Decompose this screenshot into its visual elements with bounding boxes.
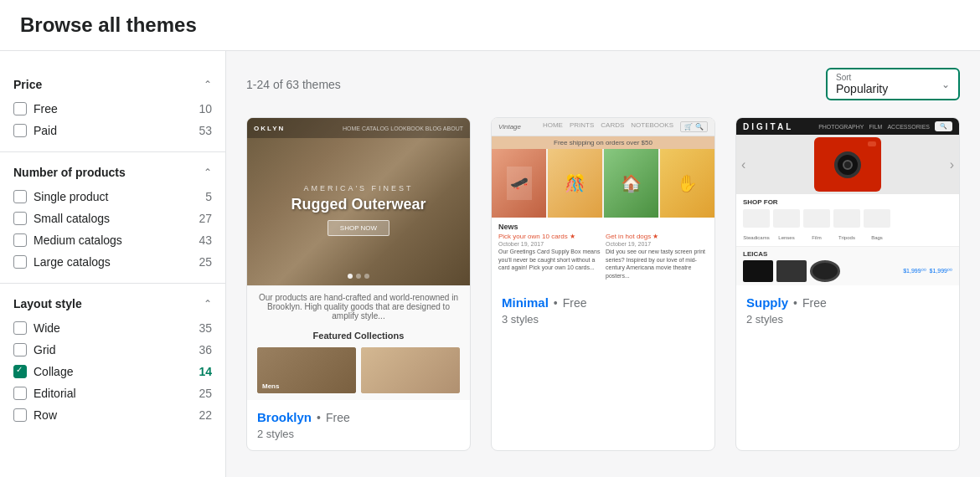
- theme-price-brooklyn: Free: [326, 411, 350, 424]
- supply-next-arrow[interactable]: ›: [950, 157, 954, 172]
- brooklyn-dots: [348, 274, 369, 279]
- main-content: Price ⌃ Free 10 Paid 53: [0, 51, 980, 477]
- filter-count-large: 25: [199, 255, 212, 269]
- filter-item-editorial: Editorial 25: [13, 382, 212, 404]
- filter-num-products-label: Number of products: [13, 166, 126, 179]
- filter-item-large: Large catalogs 25: [13, 251, 212, 273]
- filter-count-grid: 36: [199, 343, 212, 356]
- filter-item-row: Row 22: [13, 404, 212, 426]
- filter-checkbox-collage[interactable]: [13, 365, 27, 378]
- sort-value: Popularity: [836, 82, 950, 95]
- theme-info-minimal: Minimal • Free 3 styles: [492, 285, 714, 336]
- theme-styles-minimal: 3 styles: [502, 313, 704, 326]
- filter-item-grid: Grid 36: [13, 339, 212, 361]
- filter-checkbox-row[interactable]: [13, 408, 27, 422]
- filter-header-num-products[interactable]: Number of products ⌃: [13, 162, 212, 186]
- theme-thumbnail-supply: DIGITAL PHOTOGRAPHY FILM ACCESSORIES 🔍: [736, 118, 959, 285]
- filter-checkbox-medium[interactable]: [13, 233, 27, 247]
- filter-label-editorial: Editorial: [34, 387, 76, 400]
- filter-label-paid: Paid: [34, 124, 57, 137]
- brooklyn-hero: AMERICA'S FINEST Rugged Outerwear SHOP N…: [291, 184, 426, 236]
- filter-checkbox-single[interactable]: [13, 190, 27, 203]
- filter-section-layout: Layout style ⌃ Wide 35 Grid 36: [0, 284, 225, 436]
- filter-checkbox-grid[interactable]: [13, 343, 27, 356]
- main-area: 1-24 of 63 themes Sort Popularity ⌄: [226, 51, 980, 477]
- page-header: Browse all themes: [0, 0, 980, 51]
- supply-thumb: DIGITAL PHOTOGRAPHY FILM ACCESSORIES 🔍: [736, 118, 959, 285]
- brooklyn-secondary: Our products are hand-crafted and world-…: [247, 285, 470, 324]
- themes-grid: OKLYN HOME CATALOG LOOKBOOK BLOG ABOUT A…: [246, 117, 960, 451]
- filter-label-medium: Medium catalogs: [34, 233, 122, 247]
- theme-info-brooklyn: Brooklyn • Free 2 styles: [247, 400, 470, 450]
- filter-label-row: Row: [34, 408, 57, 422]
- filter-count-medium: 43: [199, 233, 212, 247]
- theme-price-supply: Free: [802, 296, 827, 310]
- brooklyn-hero-cta[interactable]: SHOP NOW: [328, 220, 389, 236]
- filter-count-wide: 35: [199, 321, 212, 335]
- themes-toolbar: 1-24 of 63 themes Sort Popularity ⌄: [246, 68, 960, 100]
- chevron-up-icon-2: ⌃: [204, 167, 212, 178]
- filter-checkbox-large[interactable]: [13, 255, 27, 269]
- brooklyn-hero-title: Rugged Outerwear: [291, 196, 426, 213]
- theme-info-supply: Supply • Free 2 styles: [736, 285, 959, 336]
- brooklyn-nav-logo: OKLYN: [254, 125, 285, 132]
- filter-checkbox-free[interactable]: [13, 102, 27, 115]
- theme-card-brooklyn: OKLYN HOME CATALOG LOOKBOOK BLOG ABOUT A…: [246, 117, 471, 451]
- filter-checkbox-paid[interactable]: [13, 124, 27, 137]
- chevron-up-icon: ⌃: [204, 79, 212, 90]
- filter-section-num-products: Number of products ⌃ Single product 5 Sm…: [0, 152, 225, 284]
- theme-card-supply: DIGITAL PHOTOGRAPHY FILM ACCESSORIES 🔍: [735, 117, 960, 451]
- chevron-down-icon: ⌄: [941, 79, 950, 90]
- theme-styles-brooklyn: 2 styles: [257, 428, 460, 440]
- filter-layout-label: Layout style: [13, 297, 82, 310]
- filter-item-collage: Collage 14: [13, 361, 212, 382]
- filter-price-label: Price: [13, 78, 42, 91]
- filter-label-wide: Wide: [34, 321, 60, 335]
- sidebar: Price ⌃ Free 10 Paid 53: [0, 51, 226, 477]
- minimal-promo: Free shipping on orders over $50: [492, 136, 714, 149]
- filter-header-layout[interactable]: Layout style ⌃: [13, 294, 212, 317]
- filter-label-large: Large catalogs: [34, 255, 111, 269]
- filter-count-small: 27: [199, 212, 212, 225]
- minimal-art-grid: 🛹 🎊 🏠 ✋: [492, 149, 714, 218]
- filter-item-medium: Medium catalogs 43: [13, 229, 212, 251]
- theme-link-brooklyn[interactable]: Brooklyn: [257, 410, 312, 424]
- brooklyn-collections: Featured Collections Mens: [247, 324, 470, 400]
- theme-thumbnail-minimal: Vintage HOMEPRINTSCARDSNOTEBOOKS 🛒 🔍: [492, 118, 714, 285]
- filter-label-grid: Grid: [34, 343, 55, 356]
- theme-link-minimal[interactable]: Minimal: [502, 295, 549, 310]
- brooklyn-nav-links: HOME CATALOG LOOKBOOK BLOG ABOUT: [343, 126, 463, 131]
- filter-count-editorial: 25: [199, 387, 212, 400]
- filter-item-small: Small catalogs 27: [13, 208, 212, 229]
- filter-item-free: Free 10: [13, 98, 212, 120]
- filter-checkbox-wide[interactable]: [13, 321, 27, 335]
- filter-checkbox-small[interactable]: [13, 212, 27, 225]
- page-wrapper: Browse all themes Price ⌃ Free 10: [0, 0, 980, 477]
- filter-label-collage: Collage: [34, 365, 73, 378]
- filter-count-paid: 53: [199, 124, 212, 137]
- brooklyn-hero-eyebrow: AMERICA'S FINEST: [291, 184, 426, 192]
- filter-item-wide: Wide 35: [13, 317, 212, 339]
- themes-count: 1-24 of 63 themes: [246, 78, 341, 91]
- theme-card-minimal: Vintage HOMEPRINTSCARDSNOTEBOOKS 🛒 🔍: [491, 117, 715, 451]
- page-title: Browse all themes: [20, 13, 960, 37]
- sort-wrapper[interactable]: Sort Popularity ⌄: [826, 68, 960, 100]
- filter-item-single: Single product 5: [13, 186, 212, 208]
- filter-section-price: Price ⌃ Free 10 Paid 53: [0, 64, 225, 152]
- supply-prev-arrow[interactable]: ‹: [741, 157, 745, 172]
- filter-item-paid: Paid 53: [13, 120, 212, 141]
- theme-styles-supply: 2 styles: [746, 313, 949, 326]
- filter-label-single: Single product: [34, 190, 109, 203]
- filter-count-row: 22: [199, 408, 212, 422]
- filter-header-price[interactable]: Price ⌃: [13, 74, 212, 98]
- filter-count-collage: 14: [199, 365, 212, 378]
- brooklyn-thumb: OKLYN HOME CATALOG LOOKBOOK BLOG ABOUT A…: [247, 118, 470, 285]
- filter-label-small: Small catalogs: [34, 212, 110, 225]
- filter-label-free: Free: [34, 102, 58, 115]
- theme-thumbnail-brooklyn: OKLYN HOME CATALOG LOOKBOOK BLOG ABOUT A…: [247, 118, 470, 285]
- filter-count-free: 10: [199, 102, 212, 115]
- theme-link-supply[interactable]: Supply: [746, 295, 788, 310]
- filter-checkbox-editorial[interactable]: [13, 387, 27, 400]
- filter-count-single: 5: [205, 190, 212, 203]
- minimal-thumb: Vintage HOMEPRINTSCARDSNOTEBOOKS 🛒 🔍: [492, 118, 714, 285]
